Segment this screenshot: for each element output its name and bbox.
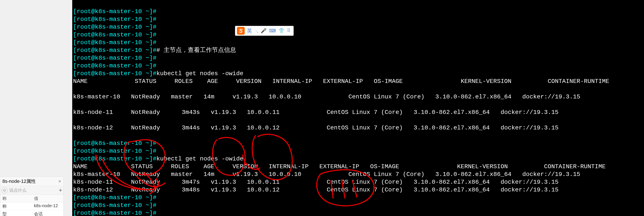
table-header-row: 称 值 [0, 195, 64, 203]
panel-title: 8s-node-12属性 [2, 178, 36, 185]
add-button[interactable]: + [59, 187, 62, 194]
ime-punct-icon[interactable]: ·, [256, 28, 258, 34]
terminal-content: [root@k8s-master-10 ~]# [root@k8s-master… [73, 8, 643, 216]
sogou-logo-icon[interactable]: S [237, 27, 245, 35]
keyboard-icon[interactable]: ⌨ [269, 28, 276, 34]
prop-value: k8s-node-12 [32, 203, 64, 210]
comment-input-row: ☺ 说点什么 + [0, 186, 64, 195]
table-row: 型 会话 [0, 210, 64, 216]
connection-properties-panel: 8s-node-12属性 × ☺ 说点什么 + 称 值 称 k8s-node-1… [0, 177, 64, 216]
col-value: 值 [32, 195, 64, 202]
smiley-icon[interactable]: ☺ [2, 187, 8, 193]
close-icon[interactable]: × [58, 178, 61, 184]
grid-icon[interactable]: ⠿ [287, 28, 290, 34]
table-row: 称 k8s-node-12 [0, 203, 64, 210]
shirt-icon[interactable]: 👕 [278, 28, 284, 34]
terminal-window[interactable]: [root@k8s-master-10 ~]# [root@k8s-master… [72, 0, 644, 216]
prop-key: 型 [0, 210, 32, 216]
col-name: 称 [0, 195, 32, 202]
mic-icon[interactable]: 🎤 [261, 28, 266, 34]
ime-language-toggle[interactable]: 英 [247, 27, 252, 34]
comment-input[interactable]: 说点什么 [9, 187, 59, 193]
prop-key: 称 [0, 203, 32, 210]
prop-value: 会话 [32, 210, 64, 216]
properties-table: 称 值 称 k8s-node-12 型 会话 机 10.0.0.12 口 22 [0, 195, 64, 216]
ime-toolbar[interactable]: S 英 ·, 🎤 ⌨ 👕 ⠿ [235, 26, 294, 36]
panel-header: 8s-node-12属性 × [0, 177, 64, 186]
